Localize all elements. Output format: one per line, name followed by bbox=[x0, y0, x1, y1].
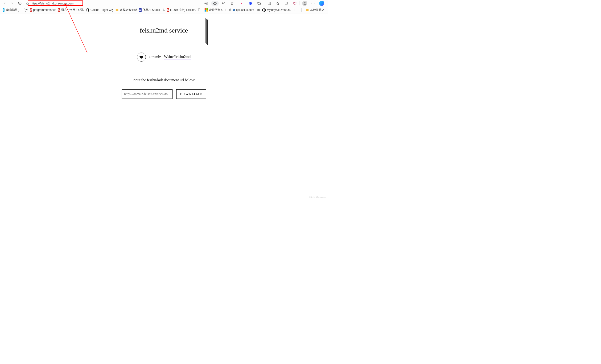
lock-icon bbox=[26, 2, 29, 5]
refresh-button[interactable] bbox=[16, 0, 24, 7]
bookmark-label: 欢迎回到 C++ - 现... bbox=[209, 8, 231, 12]
separator bbox=[237, 1, 237, 5]
bookmark-label: 语言中文网：C语... bbox=[61, 8, 84, 12]
url-text: https://feishu2md.onrender.com bbox=[31, 2, 73, 5]
bookmark-item[interactable]: b 哔哩哔哩 (゜-゜)つ bbox=[1, 7, 28, 13]
folder-icon bbox=[305, 8, 309, 12]
watermark: CSDN @shopeeai bbox=[309, 196, 326, 198]
bookmark-item[interactable]: C 语言中文网：C语... bbox=[57, 7, 84, 13]
separator bbox=[300, 1, 300, 5]
c-icon: C bbox=[167, 8, 169, 12]
bookmark-item[interactable]: ◎ programmercarl/le... bbox=[28, 7, 56, 13]
bookmark-label: MyTinySTL/map.h a... bbox=[267, 8, 290, 11]
bookmark-item[interactable] bbox=[196, 7, 203, 13]
separator bbox=[264, 1, 264, 5]
bookmark-label: programmercarl/le... bbox=[33, 8, 56, 11]
svg-rect-12 bbox=[206, 10, 208, 11]
reader-icon[interactable]: Aᴬ bbox=[220, 0, 227, 7]
extensions-icon[interactable] bbox=[255, 0, 263, 7]
folder-icon bbox=[115, 8, 119, 12]
more-icon[interactable]: ··· bbox=[309, 0, 317, 7]
collections-icon[interactable] bbox=[282, 0, 290, 7]
svg-rect-0 bbox=[27, 3, 29, 4]
download-form: DOWNLOAD bbox=[0, 89, 328, 99]
pc-icon: ◎ bbox=[30, 8, 32, 12]
heart-icon[interactable] bbox=[290, 0, 299, 7]
bookmarks-bar: b 哔哩哔哩 (゜-゜)つ ◎ programmercarl/le... C 语… bbox=[0, 7, 328, 13]
separator bbox=[301, 8, 302, 12]
bookmark-item[interactable]: ⧉ cplusplus.com - Th... bbox=[232, 7, 260, 13]
megaphone-icon[interactable] bbox=[238, 0, 246, 7]
other-bookmarks[interactable]: 其他收藏夹 bbox=[304, 7, 326, 13]
address-bar[interactable]: https://feishu2md.onrender.com bbox=[24, 0, 201, 6]
page-title: feishu2md service bbox=[140, 27, 188, 34]
bookmark-label: cplusplus.com - Th... bbox=[236, 8, 260, 11]
github-icon bbox=[262, 8, 266, 12]
copilot-icon[interactable] bbox=[318, 0, 326, 7]
svg-rect-7 bbox=[285, 2, 287, 5]
split-icon[interactable] bbox=[265, 0, 273, 7]
input-prompt: Input the feishu/lark document url below… bbox=[0, 78, 328, 82]
page-content: feishu2md service GitHub: Wsine/feishu2m… bbox=[0, 13, 328, 199]
svg-rect-10 bbox=[206, 8, 208, 10]
bookmark-item[interactable]: 多模态数据融合 bbox=[114, 7, 137, 13]
bookmark-label: 飞桨AI Studio - 人... bbox=[143, 8, 165, 12]
gear-icon[interactable] bbox=[247, 0, 255, 7]
browser-toolbar: https://feishu2md.onrender.com aあ Aᴬ bbox=[0, 0, 328, 7]
download-button[interactable]: DOWNLOAD bbox=[176, 89, 206, 99]
github-link[interactable]: Wsine/feishu2md bbox=[164, 55, 191, 60]
bookmark-item[interactable]: GitHub - Light-City/... bbox=[84, 7, 113, 13]
bookmark-item[interactable]: C (126条消息) Efficien... bbox=[166, 7, 196, 13]
bookmark-item[interactable]: AI 飞桨AI Studio - 人... bbox=[138, 7, 165, 13]
title-card: feishu2md service bbox=[122, 18, 206, 43]
translate-icon[interactable]: aあ bbox=[202, 0, 210, 7]
bookmark-label: 哔哩哔哩 (゜-゜)つ bbox=[6, 8, 28, 12]
bookmark-item[interactable]: 欢迎回到 C++ - 现... bbox=[203, 7, 231, 13]
other-bookmarks-label: 其他收藏夹 bbox=[310, 8, 324, 12]
heart-icon bbox=[137, 52, 146, 61]
github-icon bbox=[86, 8, 89, 12]
bili-icon: b bbox=[3, 8, 4, 12]
tracking-icon[interactable] bbox=[211, 0, 219, 7]
forward-button[interactable] bbox=[9, 0, 16, 7]
favorites-icon[interactable] bbox=[274, 0, 282, 7]
ms-icon bbox=[205, 8, 208, 12]
back-button[interactable] bbox=[1, 0, 9, 7]
profile-avatar[interactable] bbox=[301, 0, 309, 7]
bookmark-label: 多模态数据融合 bbox=[120, 8, 137, 12]
toolbar-actions: aあ Aᴬ · bbox=[202, 0, 327, 7]
bookmark-label: (126条消息) Efficien... bbox=[170, 8, 196, 12]
star-icon[interactable] bbox=[228, 0, 236, 7]
svg-point-8 bbox=[304, 2, 305, 3]
bookmark-label: GitHub - Light-City/... bbox=[90, 8, 113, 11]
github-row: GitHub: Wsine/feishu2md bbox=[0, 52, 328, 61]
cpp-icon: ⧉ bbox=[233, 8, 235, 12]
page-icon bbox=[198, 8, 201, 12]
c-icon: C bbox=[58, 8, 60, 12]
svg-rect-11 bbox=[205, 10, 206, 11]
ai-icon: AI bbox=[139, 8, 142, 12]
svg-rect-9 bbox=[205, 8, 206, 10]
bookmark-item[interactable]: MyTinySTL/map.h a... bbox=[261, 7, 290, 13]
url-input[interactable] bbox=[122, 89, 172, 99]
bookmark-overflow[interactable]: › bbox=[291, 7, 299, 13]
github-label: GitHub: bbox=[149, 55, 161, 59]
